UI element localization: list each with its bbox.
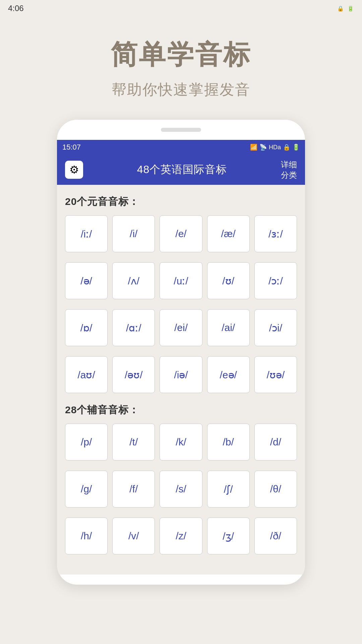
phonetic-btn-oor[interactable]: /ɔː/: [254, 262, 297, 299]
vowel-grid-row3: /ɒ/ /ɑː/ /ei/ /ai/ /ɔi/: [65, 309, 297, 346]
phonetic-btn-p[interactable]: /p/: [65, 424, 108, 461]
vowel-grid-row4: /aʊ/ /əʊ/ /iə/ /eə/ /ʊə/: [65, 356, 297, 393]
vowel-grid-row2: /ə/ /ʌ/ /uː/ /ʊ/ /ɔː/: [65, 262, 297, 299]
phonetic-btn-ea[interactable]: /eə/: [207, 356, 250, 393]
phonetic-btn-s[interactable]: /s/: [160, 471, 202, 507]
phonetic-btn-au[interactable]: /aʊ/: [65, 356, 108, 393]
phonetic-btn-sh[interactable]: /ʃ/: [207, 471, 250, 507]
phonetic-btn-schwa[interactable]: /ə/: [65, 262, 108, 299]
phone-speaker: [161, 128, 201, 132]
inner-battery-icon: 🔋: [292, 144, 300, 151]
phonetic-btn-uu[interactable]: /uː/: [160, 262, 202, 299]
phonetic-btn-zh[interactable]: /ʒ/: [207, 518, 250, 554]
phonetic-btn-f[interactable]: /f/: [112, 471, 155, 507]
phonetic-btn-o[interactable]: /ɒ/: [65, 309, 108, 346]
phonetic-btn-aa[interactable]: /ɑː/: [112, 309, 155, 346]
signal-icon: 📶: [250, 144, 257, 151]
consonant-section-title: 28个辅音音标：: [65, 403, 297, 417]
phonetic-btn-ua[interactable]: /ʊə/: [254, 356, 297, 393]
phonetic-btn-ia[interactable]: /iə/: [160, 356, 202, 393]
outer-status-icons: 🔒 🔋: [337, 5, 354, 12]
hda-label: HDa: [269, 144, 281, 151]
phonetic-btn-wedge[interactable]: /ʌ/: [112, 262, 155, 299]
app-header: ⚙ 48个英语国际音标 详细分类: [57, 155, 305, 185]
outer-status-bar: 4:06 🔒 🔋: [0, 0, 362, 17]
phonetic-btn-t[interactable]: /t/: [112, 424, 155, 461]
consonant-grid-row2: /g/ /f/ /s/ /ʃ/ /θ/: [65, 471, 297, 507]
header-section: 简单学音标 帮助你快速掌握发音: [0, 17, 362, 113]
settings-button[interactable]: ⚙: [65, 161, 83, 179]
outer-status-time: 4:06: [8, 4, 24, 13]
detail-classify-button[interactable]: 详细分类: [281, 159, 297, 180]
phone-top: [57, 120, 305, 140]
phonetic-btn-oi[interactable]: /ɔi/: [254, 309, 297, 346]
phonetic-btn-er[interactable]: /ɜː/: [254, 215, 297, 252]
phonetic-btn-v[interactable]: /v/: [112, 518, 155, 554]
consonant-grid-row3: /h/ /v/ /z/ /ʒ/ /ð/: [65, 518, 297, 554]
inner-status-time: 15:07: [62, 143, 81, 152]
vowel-section-title: 20个元音音标：: [65, 195, 297, 209]
inner-status-bar: 15:07 📶 📡 HDa 🔒 🔋: [57, 140, 305, 155]
phonetic-btn-th-voiced[interactable]: /ð/: [254, 518, 297, 554]
phonetic-btn-ou[interactable]: /əʊ/: [112, 356, 155, 393]
phonetic-btn-e[interactable]: /e/: [160, 215, 202, 252]
wifi-icon: 📡: [259, 144, 267, 151]
phonetic-btn-b[interactable]: /b/: [207, 424, 250, 461]
phonetic-btn-d[interactable]: /d/: [254, 424, 297, 461]
phonetic-btn-g[interactable]: /g/: [65, 471, 108, 507]
main-title: 简单学音标: [0, 37, 362, 73]
phonetic-btn-i[interactable]: /i/: [112, 215, 155, 252]
phonetic-btn-k[interactable]: /k/: [160, 424, 202, 461]
phonetic-btn-ei[interactable]: /ei/: [160, 309, 202, 346]
phonetic-btn-th-unvoiced[interactable]: /θ/: [254, 471, 297, 507]
lock-icon: 🔒: [337, 5, 344, 12]
phonetic-btn-ii[interactable]: /iː/: [65, 215, 108, 252]
phonetic-btn-ae[interactable]: /æ/: [207, 215, 250, 252]
phonetic-btn-h[interactable]: /h/: [65, 518, 108, 554]
vowel-grid-row1: /iː/ /i/ /e/ /æ/ /ɜː/: [65, 215, 297, 252]
phonetic-btn-upsilon[interactable]: /ʊ/: [207, 262, 250, 299]
phonetic-btn-z[interactable]: /z/: [160, 518, 202, 554]
battery-icon: 🔋: [347, 5, 354, 12]
app-header-title: 48个英语国际音标: [137, 162, 227, 177]
consonant-grid-row1: /p/ /t/ /k/ /b/ /d/: [65, 424, 297, 461]
phone-mockup: 15:07 📶 📡 HDa 🔒 🔋 ⚙ 48个英语国际音标 详细分类 20个元音…: [57, 120, 305, 585]
phonetic-btn-ai[interactable]: /ai/: [207, 309, 250, 346]
inner-status-icons: 📶 📡 HDa 🔒 🔋: [250, 144, 300, 151]
content-area: 20个元音音标： /iː/ /i/ /e/ /æ/ /ɜː/ /ə/ /ʌ/ /…: [57, 185, 305, 575]
sub-title: 帮助你快速掌握发音: [0, 80, 362, 100]
inner-lock-icon: 🔒: [283, 144, 290, 151]
